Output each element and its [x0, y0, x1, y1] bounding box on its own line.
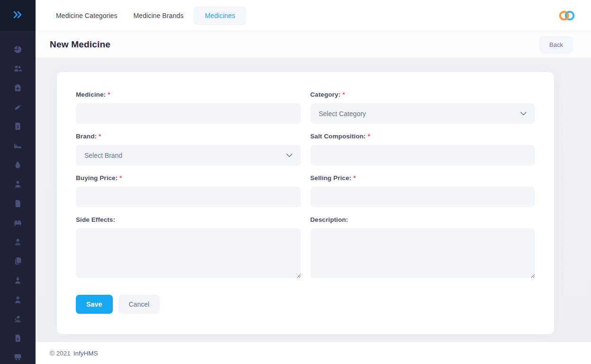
- category-select-value: Select Category: [319, 110, 366, 118]
- field-category: Category:* Select Category: [310, 91, 536, 124]
- sidebar-item-doctor[interactable]: [0, 272, 36, 291]
- sidebar-item-beds[interactable]: [0, 214, 36, 233]
- selling-price-label: Selling Price:*: [310, 174, 536, 182]
- chevrons-right-icon: [13, 10, 23, 21]
- sidebar-item-microscope[interactable]: [0, 310, 36, 329]
- medicine-label: Medicine:*: [76, 91, 301, 98]
- tab-medicine-brands[interactable]: Medicine Brands: [127, 7, 190, 25]
- patient-icon: [14, 180, 22, 190]
- field-description: Description:: [310, 216, 536, 278]
- medicine-input[interactable]: [76, 103, 301, 124]
- bed-icon: [14, 142, 22, 152]
- page-footer: © 2021 InfyHMS: [36, 342, 591, 364]
- ambulance-icon: [14, 353, 22, 363]
- pie-chart-icon: [14, 46, 22, 55]
- sidebar-item-patient[interactable]: [0, 175, 36, 195]
- sidebar-toggle-button[interactable]: [0, 0, 36, 31]
- microscope-icon: [14, 315, 22, 325]
- sidebar-item-users[interactable]: [0, 60, 36, 80]
- form-actions: Save Cancel: [76, 295, 535, 314]
- sidebar-item-prescription-file[interactable]: R: [0, 329, 36, 349]
- page-title: New Medicine: [50, 39, 110, 50]
- documents-icon: [14, 257, 22, 267]
- sidebar-item-documents[interactable]: [0, 253, 36, 272]
- description-textarea[interactable]: [310, 228, 536, 278]
- prescription-file-icon: R: [14, 334, 22, 344]
- form-grid: Medicine:* Category:* Select Category Br…: [76, 91, 535, 287]
- field-salt-composition: Salt Composition:*: [310, 133, 536, 165]
- description-label: Description:: [310, 216, 536, 223]
- sidebar-item-medical-clipboard[interactable]: [0, 79, 36, 99]
- sidebar-item-blood-drop[interactable]: [0, 156, 36, 176]
- chevron-down-icon: [520, 112, 527, 116]
- brand-select[interactable]: Select Brand: [76, 145, 301, 165]
- brand-select-value: Select Brand: [84, 152, 122, 159]
- buying-price-input[interactable]: [76, 187, 301, 207]
- sidebar-item-bed[interactable]: [0, 137, 36, 156]
- page-header: New Medicine Back: [36, 31, 591, 58]
- medical-clipboard-icon: [14, 84, 22, 94]
- required-asterisk: *: [119, 174, 122, 182]
- required-asterisk: *: [368, 133, 370, 140]
- sidebar-item-syringe[interactable]: [0, 99, 36, 118]
- category-select[interactable]: Select Category: [310, 103, 536, 124]
- field-buying-price: Buying Price:*: [76, 174, 301, 207]
- bill-icon: $: [14, 122, 22, 132]
- salt-composition-label: Salt Composition:*: [310, 133, 536, 140]
- field-medicine: Medicine:*: [76, 91, 301, 124]
- svg-text:R: R: [17, 337, 19, 341]
- side-effects-label: Side Effects:: [76, 216, 301, 223]
- content-area: Medicine:* Category:* Select Category Br…: [36, 58, 591, 342]
- sidebar-item-user[interactable]: [0, 291, 36, 310]
- required-asterisk: *: [99, 133, 101, 140]
- selling-price-input[interactable]: [310, 187, 536, 207]
- required-asterisk: *: [342, 91, 345, 98]
- required-asterisk: *: [108, 91, 110, 98]
- sidebar-menu: $R: [0, 31, 36, 364]
- brand-label: Brand:*: [76, 133, 301, 140]
- sidebar-item-ambulance[interactable]: [0, 349, 36, 364]
- user-icon: [14, 296, 22, 306]
- app-window: $R Medicine Categories Medicine Brands M…: [0, 0, 591, 364]
- user-glasses-icon: [14, 238, 22, 248]
- buying-price-label: Buying Price:*: [76, 174, 301, 182]
- cancel-button[interactable]: Cancel: [118, 295, 160, 314]
- svg-text:$: $: [17, 124, 19, 129]
- infyom-logo[interactable]: [557, 9, 577, 22]
- category-label: Category:*: [310, 91, 536, 98]
- module-tabs: Medicine Categories Medicine Brands Medi…: [50, 6, 246, 25]
- tab-medicines[interactable]: Medicines: [193, 6, 246, 25]
- sidebar: $R: [0, 0, 36, 364]
- sidebar-item-user-glasses[interactable]: [0, 233, 36, 253]
- sidebar-item-document[interactable]: [0, 195, 36, 214]
- sidebar-item-bill[interactable]: $: [0, 118, 36, 137]
- side-effects-textarea[interactable]: [76, 228, 301, 278]
- save-button[interactable]: Save: [76, 295, 113, 314]
- field-brand: Brand:* Select Brand: [76, 133, 301, 165]
- doctor-icon: [14, 276, 22, 286]
- top-navbar: Medicine Categories Medicine Brands Medi…: [36, 0, 591, 31]
- salt-composition-input[interactable]: [310, 145, 536, 165]
- sidebar-item-pie-chart[interactable]: [0, 41, 36, 60]
- tab-medicine-categories[interactable]: Medicine Categories: [50, 7, 124, 25]
- back-button[interactable]: Back: [539, 36, 573, 54]
- main-area: Medicine Categories Medicine Brands Medi…: [36, 0, 591, 364]
- chevron-down-icon: [286, 154, 292, 157]
- beds-icon: [14, 218, 22, 228]
- required-asterisk: *: [353, 174, 355, 182]
- field-side-effects: Side Effects:: [76, 216, 301, 278]
- blood-drop-icon: [14, 161, 22, 171]
- brand-name: InfyHMS: [73, 350, 98, 357]
- new-medicine-form-card: Medicine:* Category:* Select Category Br…: [57, 72, 554, 334]
- document-icon: [14, 200, 22, 209]
- copyright-text: © 2021: [50, 350, 71, 357]
- syringe-icon: [14, 103, 22, 113]
- users-icon: [14, 64, 22, 74]
- field-selling-price: Selling Price:*: [310, 174, 536, 207]
